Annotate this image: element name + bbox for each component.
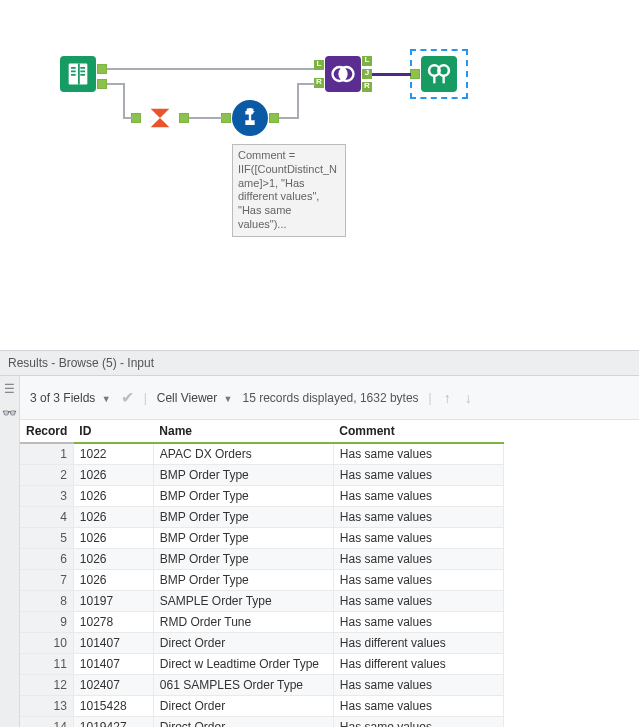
layout-icon[interactable]: ☰ — [4, 382, 15, 396]
col-record[interactable]: Record — [20, 420, 73, 443]
col-id[interactable]: ID — [73, 420, 153, 443]
table-row[interactable]: 11101407Direct w Leadtime Order TypeHas … — [20, 654, 503, 675]
cell-name: BMP Order Type — [153, 507, 333, 528]
anchor[interactable] — [221, 113, 231, 123]
join-anchor-label-ro: R — [363, 81, 371, 90]
connection[interactable] — [372, 73, 411, 76]
arrow-up-icon[interactable]: ↑ — [442, 390, 453, 406]
results-pane-title: Results - Browse (5) - Input — [0, 350, 639, 376]
cell-name: SAMPLE Order Type — [153, 591, 333, 612]
arrow-down-icon[interactable]: ↓ — [463, 390, 474, 406]
cell-comment: Has different values — [333, 633, 503, 654]
cell-name: Direct Order — [153, 717, 333, 728]
cell-viewer-label: Cell Viewer — [157, 391, 217, 405]
anchor[interactable] — [410, 69, 420, 79]
check-icon[interactable]: ✔ — [121, 388, 134, 407]
cell-name: APAC DX Orders — [153, 443, 333, 465]
tool-annotation[interactable]: Comment = IIF([CountDistinct_Name]>1, "H… — [232, 144, 346, 237]
connection[interactable] — [189, 117, 222, 119]
svg-rect-2 — [71, 67, 76, 69]
cell-name: BMP Order Type — [153, 465, 333, 486]
cell-name: RMD Order Tune — [153, 612, 333, 633]
join-anchor-label-r: R — [315, 77, 323, 86]
table-row[interactable]: 41026BMP Order TypeHas same values — [20, 507, 503, 528]
col-comment[interactable]: Comment — [333, 420, 503, 443]
svg-rect-3 — [71, 71, 76, 73]
join-anchor-label-j: J — [363, 68, 371, 77]
table-row[interactable]: 11022APAC DX OrdersHas same values — [20, 443, 503, 465]
table-row[interactable]: 141019427Direct OrderHas same values — [20, 717, 503, 728]
cell-comment: Has same values — [333, 486, 503, 507]
table-row[interactable]: 21026BMP Order TypeHas same values — [20, 465, 503, 486]
svg-rect-4 — [71, 74, 76, 76]
table-row[interactable]: 910278RMD Order TuneHas same values — [20, 612, 503, 633]
cell-name: BMP Order Type — [153, 528, 333, 549]
cell-record: 7 — [20, 570, 73, 591]
table-row[interactable]: 51026BMP Order TypeHas same values — [20, 528, 503, 549]
cell-id: 10278 — [73, 612, 153, 633]
cell-id: 1026 — [73, 507, 153, 528]
results-grid[interactable]: Record ID Name Comment 11022APAC DX Orde… — [20, 420, 504, 727]
join-anchor-label-lo: L — [363, 55, 371, 64]
cell-record: 4 — [20, 507, 73, 528]
fields-dropdown[interactable]: 3 of 3 Fields ▼ — [30, 391, 111, 405]
cell-record: 14 — [20, 717, 73, 728]
cell-record: 3 — [20, 486, 73, 507]
cell-comment: Has same values — [333, 528, 503, 549]
cell-record: 1 — [20, 443, 73, 465]
table-row[interactable]: 31026BMP Order TypeHas same values — [20, 486, 503, 507]
anchor[interactable] — [269, 113, 279, 123]
table-row[interactable]: 810197SAMPLE Order TypeHas same values — [20, 591, 503, 612]
cell-record: 9 — [20, 612, 73, 633]
formula-tool[interactable] — [232, 100, 268, 136]
cell-id: 1026 — [73, 549, 153, 570]
cell-viewer-dropdown[interactable]: Cell Viewer ▼ — [157, 391, 233, 405]
cell-name: BMP Order Type — [153, 549, 333, 570]
cell-id: 101407 — [73, 654, 153, 675]
cell-name: 061 SAMPLES Order Type — [153, 675, 333, 696]
browse-tool[interactable] — [421, 56, 457, 92]
svg-rect-16 — [443, 75, 445, 83]
cell-record: 2 — [20, 465, 73, 486]
connection[interactable] — [297, 83, 299, 119]
cell-record: 10 — [20, 633, 73, 654]
input-tool[interactable] — [60, 56, 96, 92]
anchor[interactable] — [97, 79, 107, 89]
anchor[interactable] — [179, 113, 189, 123]
svg-point-9 — [247, 108, 254, 112]
cell-comment: Has same values — [333, 675, 503, 696]
cell-comment: Has same values — [333, 507, 503, 528]
connection[interactable] — [279, 117, 299, 119]
table-row[interactable]: 10101407Direct OrderHas different values — [20, 633, 503, 654]
table-row[interactable]: 131015428Direct OrderHas same values — [20, 696, 503, 717]
cell-record: 6 — [20, 549, 73, 570]
svg-rect-7 — [80, 74, 85, 76]
table-row[interactable]: 61026BMP Order TypeHas same values — [20, 549, 503, 570]
cell-id: 1026 — [73, 528, 153, 549]
connection[interactable] — [123, 83, 125, 118]
cell-comment: Has same values — [333, 591, 503, 612]
cell-id: 1026 — [73, 570, 153, 591]
table-row[interactable]: 12102407061 SAMPLES Order TypeHas same v… — [20, 675, 503, 696]
fields-summary-text: 3 of 3 Fields — [30, 391, 95, 405]
cell-id: 1022 — [73, 443, 153, 465]
cell-comment: Has same values — [333, 696, 503, 717]
join-anchor-label-l: L — [315, 59, 323, 68]
cell-comment: Has same values — [333, 717, 503, 728]
connection[interactable] — [107, 68, 314, 70]
svg-rect-14 — [438, 69, 440, 71]
cell-id: 102407 — [73, 675, 153, 696]
workflow-canvas[interactable]: L R L J R Comment = IIF([CountDistinct_N… — [0, 0, 639, 350]
join-tool[interactable] — [325, 56, 361, 92]
cell-name: Direct Order — [153, 696, 333, 717]
cell-id: 1026 — [73, 486, 153, 507]
binoculars-icon[interactable]: 👓 — [2, 406, 17, 420]
table-row[interactable]: 71026BMP Order TypeHas same values — [20, 570, 503, 591]
summarize-tool[interactable] — [142, 100, 178, 136]
col-name[interactable]: Name — [153, 420, 333, 443]
connection[interactable] — [123, 117, 133, 119]
anchor[interactable] — [97, 64, 107, 74]
connection[interactable] — [297, 83, 315, 85]
cell-name: BMP Order Type — [153, 570, 333, 591]
results-toolbar: 3 of 3 Fields ▼ ✔ | Cell Viewer ▼ 15 rec… — [20, 376, 639, 420]
